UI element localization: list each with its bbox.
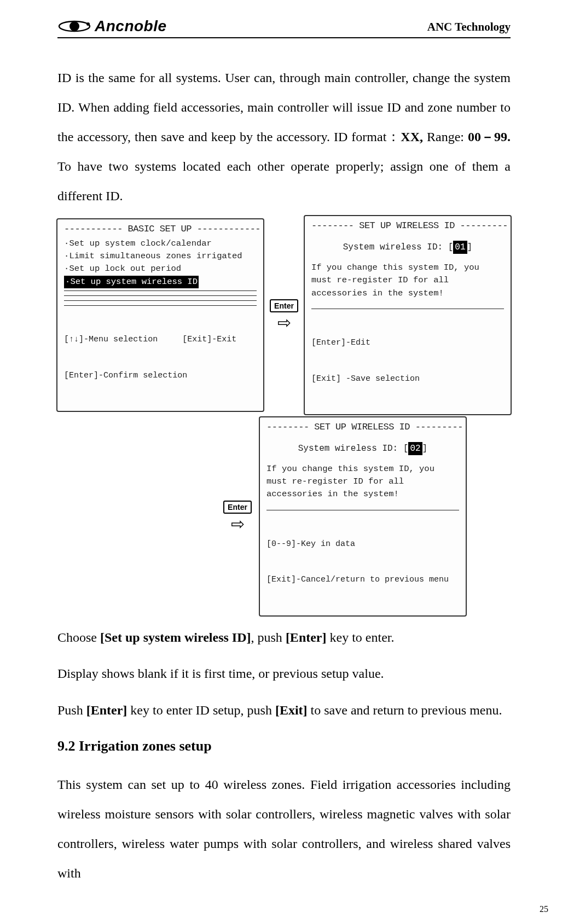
screen-basic-setup: ----------- BASIC SET UP ------------ ·S… [56,218,264,412]
page-number: 25 [540,904,548,914]
instruction-line-3: Push [Enter] key to enter ID setup, push… [57,699,511,722]
divider-dotted [64,295,257,296]
screen3-id-value: 02 [408,442,422,455]
instr3-b1: [Enter] [86,703,127,717]
enter-arrow-2: Enter ⇨ [222,501,253,532]
enter-arrow-1: Enter ⇨ [270,299,298,331]
screen1-menu: ·Set up system clock/calendar ·Limit sim… [64,237,257,288]
screen-wireless-id-view: -------- SET UP WIRELESS ID --------- Sy… [304,215,512,415]
instruction-line-1: Choose [Set up system wireless ID], push… [57,626,511,649]
menu-item-wireless-id: ·Set up system wireless ID [64,276,199,288]
instr3-pre: Push [57,703,86,717]
screen2-title: -------- SET UP WIRELESS ID --------- [311,220,504,231]
screen1-hint-2: [Enter]-Confirm selection [64,370,257,382]
intro-mid: Range: [423,130,468,144]
instr3-b2: [Exit] [275,703,308,717]
section-heading-9-2: 9.2 Irrigation zones setup [57,738,511,754]
instr1-mid: , push [251,630,286,644]
screen2-id-close: ] [467,242,473,252]
screen2-hints: [Enter]-Edit [Exit] -Save selection [311,313,504,409]
screen2-hint-1: [Enter]-Edit [311,337,504,349]
divider-dotted [64,290,257,291]
enter-key-icon: Enter [223,501,252,514]
company-name: ANC Technology [427,20,511,36]
screen3-id-label: System wireless ID: [ [298,444,409,454]
figure-row-2: Enter ⇨ -------- SET UP WIRELESS ID ----… [57,416,511,617]
screen2-warning: If you change this system ID, you must r… [311,261,504,300]
divider-solid [64,305,257,306]
screen2-id-value: 01 [453,241,467,254]
svg-point-2 [86,22,90,26]
intro-paragraph: ID is the same for all systems. User can… [57,63,511,211]
screen3-hint-1: [0--9]-Key in data [266,538,459,550]
instr1-b1: [Set up system wireless ID] [100,630,251,644]
figure-row-1: ----------- BASIC SET UP ------------ ·S… [57,215,511,415]
arrow-right-icon: ⇨ [277,315,291,331]
page-header: Ancnoble ANC Technology [57,16,511,38]
screen2-hint-2: [Exit] -Save selection [311,373,504,385]
instr1-b2: [Enter] [286,630,327,644]
instruction-line-2: Display shows blank if it is first time,… [57,663,511,685]
instr1-post: key to enter. [327,630,395,644]
logo: Ancnoble [57,16,167,36]
divider-dotted [64,300,257,301]
screen3-hint-2: [Exit]-Cancel/return to previous menu [266,574,459,586]
screen2-body: System wireless ID: [01] If you change t… [311,241,504,300]
screen-wireless-id-edit: -------- SET UP WIRELESS ID --------- Sy… [259,416,467,617]
instr3-mid: key to enter ID setup, push [127,703,275,717]
screen2-id-label: System wireless ID: [ [343,242,454,252]
screen2-id-line: System wireless ID: [01] [311,241,504,254]
section-9-2-body: This system can set up to 40 wireless zo… [57,770,511,888]
screen3-id-close: ] [422,444,428,454]
menu-item-lockout: ·Set up lock out period [64,263,257,275]
screen3-id-line: System wireless ID: [02] [266,442,459,455]
menu-item-limit: ·Limit simultaneous zones irrigated [64,250,257,263]
screen3-title: -------- SET UP WIRELESS ID --------- [266,422,459,432]
intro-bold-1: XX, [401,130,423,144]
enter-key-icon: Enter [270,299,298,312]
intro-bold-2: 00－99. [468,130,511,144]
screen3-body: System wireless ID: [02] If you change t… [266,442,459,501]
logo-text: Ancnoble [95,18,167,35]
intro-post: To have two systems located each other o… [57,159,511,203]
logo-orbit-icon [57,16,91,36]
screen1-title: ----------- BASIC SET UP ------------ [64,224,257,234]
screen1-hint-1: [↑↓]-Menu selection [Exit]-Exit [64,334,257,346]
divider-solid [266,510,459,510]
svg-point-1 [69,21,79,31]
screen3-warning: If you change this system ID, you must r… [266,463,459,501]
menu-item-clock: ·Set up system clock/calendar [64,237,257,250]
instr1-pre: Choose [57,630,100,644]
instr3-post: to save and return to previous menu. [308,703,502,717]
screen1-hints: [↑↓]-Menu selection [Exit]-Exit [Enter]-… [64,310,257,405]
screen3-hints: [0--9]-Key in data [Exit]-Cancel/return … [266,515,459,610]
arrow-right-icon: ⇨ [231,516,245,532]
divider-solid [311,309,504,309]
